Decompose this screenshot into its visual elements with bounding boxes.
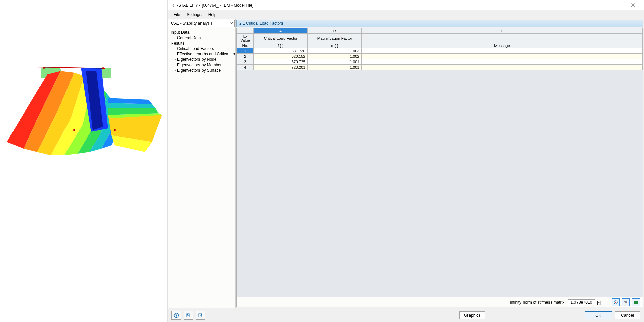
- header-f: f [-]: [254, 43, 308, 48]
- stiffness-unit: [-]: [597, 300, 601, 305]
- close-icon: [631, 3, 635, 7]
- cell-msg[interactable]: [362, 54, 643, 59]
- svg-point-23: [43, 67, 45, 69]
- prev-icon: [186, 313, 191, 318]
- svg-point-24: [102, 67, 104, 69]
- stiffness-label: Infinity norm of stiffness matrix:: [510, 300, 565, 305]
- tree-results[interactable]: Results: [169, 41, 234, 46]
- eye-icon: [613, 300, 618, 305]
- model-render: [0, 47, 168, 169]
- panel-title: 2.1 Critical Load Factors: [236, 20, 643, 27]
- col-header-a[interactable]: A: [254, 28, 308, 34]
- cell-mag[interactable]: 1.001: [308, 65, 362, 70]
- cancel-button[interactable]: Cancel: [615, 311, 640, 319]
- rf-stability-dialog: RF-STABILITY - [004764_RFEM - Model File…: [168, 0, 644, 322]
- svg-marker-20: [108, 98, 152, 104]
- col-header-evalue[interactable]: [237, 28, 254, 34]
- header-alpha: α [-]: [308, 43, 362, 48]
- cell-critical[interactable]: 670.725: [254, 59, 308, 65]
- cell-mag[interactable]: 1.001: [308, 59, 362, 65]
- menu-file[interactable]: File: [171, 11, 183, 18]
- model-viewport[interactable]: [0, 0, 168, 322]
- tree-critical-load-factors[interactable]: Critical Load Factors: [169, 46, 234, 51]
- cell-mag[interactable]: 1.003: [308, 48, 362, 54]
- export-button[interactable]: X: [632, 298, 640, 306]
- col-header-b[interactable]: B: [308, 28, 362, 34]
- ok-button[interactable]: OK: [585, 311, 612, 319]
- excel-icon: X: [634, 300, 638, 305]
- table-row[interactable]: 3 670.725 1.001: [237, 59, 643, 65]
- results-grid[interactable]: A B C E-Value Critical Load Factor Magni…: [236, 28, 643, 307]
- tree-eigenvectors-member[interactable]: Eigenvectors by Member: [169, 62, 234, 68]
- svg-rect-29: [624, 301, 627, 302]
- tree-eigenvectors-surface[interactable]: Eigenvectors by Surface: [169, 68, 234, 73]
- dialog-footer: ? Graphics OK Cancel: [168, 308, 644, 322]
- svg-point-26: [114, 129, 116, 131]
- main-panel: 2.1 Critical Load Factors A B C E-Value …: [236, 19, 644, 308]
- table-row[interactable]: 2 620.152 1.002: [237, 54, 643, 59]
- filter-icon: [623, 300, 628, 305]
- cell-msg[interactable]: [362, 48, 643, 54]
- menubar: File Settings Help: [168, 10, 644, 19]
- tree-general-data[interactable]: General Data: [169, 35, 234, 41]
- next-icon: [198, 313, 203, 318]
- svg-point-28: [615, 302, 616, 303]
- tree-eigenvectors-node[interactable]: Eigenvectors by Node: [169, 57, 234, 62]
- svg-text:X: X: [635, 301, 637, 304]
- header-magnification: Magnification Factor: [308, 34, 362, 43]
- menu-help[interactable]: Help: [206, 11, 219, 18]
- view-mode-button[interactable]: [612, 298, 620, 306]
- tree-input-data[interactable]: Input Data: [169, 30, 234, 35]
- header-evalue: E-Value: [237, 34, 254, 43]
- table-row[interactable]: 1 331.736 1.003: [237, 48, 643, 54]
- header-message2: Message: [362, 43, 643, 48]
- graphics-button[interactable]: Graphics: [459, 311, 485, 319]
- filter-button[interactable]: [622, 298, 630, 306]
- grid-statusbar: Infinity norm of stiffness matrix: 1.078…: [237, 297, 643, 307]
- svg-point-25: [73, 129, 75, 131]
- nav-tree[interactable]: Input Data General Data Results Critical…: [168, 28, 235, 308]
- cell-msg[interactable]: [362, 65, 643, 70]
- help-button[interactable]: ?: [171, 311, 181, 320]
- header-no: No.: [237, 43, 254, 48]
- svg-rect-31: [625, 304, 626, 304]
- cell-mag[interactable]: 1.002: [308, 54, 362, 59]
- case-combo[interactable]: CA1 - Stability analysis: [169, 20, 235, 27]
- row-no[interactable]: 4: [237, 65, 254, 70]
- next-button[interactable]: [196, 311, 205, 320]
- chevron-down-icon: [230, 21, 233, 26]
- cell-critical[interactable]: 620.152: [254, 54, 308, 59]
- row-no[interactable]: 2: [237, 54, 254, 59]
- svg-rect-30: [625, 302, 627, 303]
- case-combo-value: CA1 - Stability analysis: [171, 21, 213, 26]
- window-title: RF-STABILITY - [004764_RFEM - Model File…: [171, 3, 253, 8]
- stiffness-value: 1.078e+010: [568, 299, 595, 305]
- titlebar[interactable]: RF-STABILITY - [004764_RFEM - Model File…: [168, 0, 644, 10]
- row-no[interactable]: 3: [237, 59, 254, 65]
- menu-settings[interactable]: Settings: [184, 11, 204, 18]
- cell-msg[interactable]: [362, 59, 643, 65]
- close-button[interactable]: [625, 0, 640, 10]
- header-message: [362, 34, 643, 43]
- header-critical-load: Critical Load Factor: [254, 34, 308, 43]
- col-header-c[interactable]: C: [362, 28, 643, 34]
- help-icon: ?: [173, 313, 179, 318]
- table-row[interactable]: 4 723.201 1.001: [237, 65, 643, 70]
- tree-effective-lengths[interactable]: Effective Lengths and Critical Loads: [169, 51, 234, 57]
- svg-text:?: ?: [175, 314, 177, 317]
- cell-critical[interactable]: 331.736: [254, 48, 308, 54]
- prev-button[interactable]: [184, 311, 193, 320]
- sidebar: CA1 - Stability analysis Input Data Gene…: [168, 19, 236, 308]
- row-no[interactable]: 1: [237, 48, 254, 54]
- grid-empty-area[interactable]: [237, 70, 643, 297]
- cell-critical[interactable]: 723.201: [254, 65, 308, 70]
